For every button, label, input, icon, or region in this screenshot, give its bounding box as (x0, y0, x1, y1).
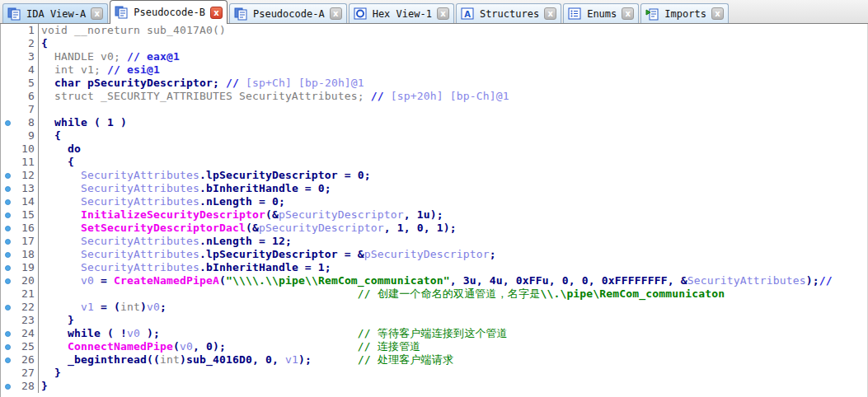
code-text[interactable]: SecurityAttributes.nLength = 0; (39, 195, 867, 208)
code-line[interactable]: 8 while ( 1 ) (1, 116, 867, 129)
code-line[interactable]: 10 do (1, 142, 867, 156)
code-line[interactable]: 24 while ( !v0 ); // 等待客户端连接到这个管道 (1, 327, 867, 340)
line-number: 15 (14, 208, 39, 222)
tab-ida-view-a[interactable]: IDA View-A x (2, 3, 108, 23)
code-line[interactable]: 26 _beginthread((int)sub_4016D0, 0, v1);… (1, 353, 867, 367)
line-number: 16 (14, 222, 39, 235)
code-line[interactable]: 3 HANDLE v0; // eax@1 (1, 50, 867, 63)
tab-pseudocode-b[interactable]: Pseudocode-B x (110, 0, 228, 24)
code-text[interactable]: { (39, 37, 867, 50)
code-line[interactable]: 27 } (1, 367, 867, 380)
line-number: 22 (14, 301, 39, 314)
code-text[interactable]: do (39, 142, 867, 156)
code-line[interactable]: 5 char pSecurityDescriptor; // [sp+Ch] [… (1, 77, 867, 90)
tab-hex-view-1[interactable]: Hex View-1 x (349, 3, 454, 23)
dot-gutter (1, 367, 14, 380)
line-number: 24 (14, 327, 39, 340)
code-line[interactable]: 14 SecurityAttributes.nLength = 0; (1, 195, 867, 208)
code-text[interactable]: while ( 1 ) (39, 116, 867, 129)
close-icon[interactable]: x (91, 7, 103, 20)
code-line[interactable]: 13 SecurityAttributes.bInheritHandle = 0… (1, 182, 867, 195)
code-line[interactable]: 25 ConnectNamedPipe(v0, 0); // 连接管道 (1, 340, 867, 353)
close-icon[interactable]: x (622, 7, 634, 20)
close-icon[interactable]: x (711, 7, 724, 20)
enums-icon (568, 7, 582, 21)
address-dot-icon (1, 340, 14, 353)
code-text[interactable]: struct _SECURITY_ATTRIBUTES SecurityAttr… (39, 90, 867, 103)
code-text[interactable]: SecurityAttributes.lpSecurityDescriptor … (39, 169, 867, 182)
code-text[interactable]: SecurityAttributes.lpSecurityDescriptor … (39, 248, 867, 261)
code-line[interactable]: 4 int v1; // esi@1 (1, 63, 867, 77)
code-line[interactable]: 21 // 创建一个命名的双通管道，名字是\\.\pipe\RemCom_com… (1, 287, 867, 301)
code-line[interactable]: 23 } (1, 314, 867, 327)
code-line[interactable]: 2{ (1, 37, 867, 50)
code-text[interactable]: // 创建一个命名的双通管道，名字是\\.\pipe\RemCom_commun… (39, 287, 867, 301)
code-text[interactable]: while ( !v0 ); // 等待客户端连接到这个管道 (39, 327, 867, 340)
code-line[interactable]: 1void __noreturn sub_4017A0() (1, 24, 867, 37)
code-line[interactable]: 18 SecurityAttributes.lpSecurityDescript… (1, 248, 867, 261)
dot-gutter (1, 103, 14, 116)
line-number: 26 (14, 353, 39, 367)
code-text[interactable]: SecurityAttributes.nLength = 12; (39, 235, 867, 248)
tab-imports[interactable]: Imports x (640, 3, 729, 23)
code-line[interactable]: 16 SetSecurityDescriptorDacl(&pSecurityD… (1, 222, 867, 235)
line-number: 28 (14, 380, 39, 393)
address-dot-icon (1, 274, 14, 287)
tab-label: Hex View-1 (368, 8, 437, 20)
code-line[interactable]: 12 SecurityAttributes.lpSecurityDescript… (1, 169, 867, 182)
code-line[interactable]: 17 SecurityAttributes.nLength = 12; (1, 235, 867, 248)
line-number: 27 (14, 367, 39, 380)
tab-structures[interactable]: A Structures x (456, 3, 561, 23)
code-text[interactable]: _beginthread((int)sub_4016D0, 0, v1); //… (39, 353, 867, 367)
code-text[interactable]: HANDLE v0; // eax@1 (39, 50, 867, 63)
code-line[interactable]: 6 struct _SECURITY_ATTRIBUTES SecurityAt… (1, 90, 867, 103)
code-text[interactable]: } (39, 367, 867, 380)
dot-gutter (1, 24, 14, 37)
code-line[interactable]: 20 v0 = CreateNamedPipeA("\\\\.\\pipe\\R… (1, 274, 867, 287)
address-dot-icon (1, 353, 14, 367)
code-text[interactable]: SetSecurityDescriptorDacl(&pSecurityDesc… (39, 222, 867, 235)
code-text[interactable]: } (39, 380, 867, 393)
code-text[interactable]: } (39, 314, 867, 327)
code-view[interactable]: 1void __noreturn sub_4017A0()2{3 HANDLE … (0, 24, 868, 397)
code-text[interactable]: SecurityAttributes.bInheritHandle = 0; (39, 182, 867, 195)
address-dot-icon (1, 208, 14, 222)
close-icon[interactable]: x (544, 7, 556, 20)
address-dot-icon (1, 380, 14, 393)
close-icon[interactable]: x (437, 7, 449, 20)
close-icon[interactable]: x (330, 7, 342, 20)
dot-gutter (1, 129, 14, 142)
code-text[interactable]: SecurityAttributes.bInheritHandle = 1; (39, 261, 867, 274)
address-dot-icon (1, 261, 14, 274)
code-line[interactable]: 15 InitializeSecurityDescriptor(&pSecuri… (1, 208, 867, 222)
code-text[interactable]: v1 = (int)v0; (39, 301, 867, 314)
line-number: 2 (14, 37, 39, 50)
code-line[interactable]: 7 (1, 103, 867, 116)
tab-pseudocode-a[interactable]: Pseudocode-A x (229, 3, 347, 23)
code-text[interactable]: InitializeSecurityDescriptor(&pSecurityD… (39, 208, 867, 222)
code-line[interactable]: 9 { (1, 129, 867, 142)
tab-label: Structures (475, 8, 544, 20)
code-text[interactable]: { (39, 129, 867, 142)
code-line[interactable]: 28} (1, 380, 867, 393)
code-text[interactable]: void __noreturn sub_4017A0() (39, 24, 867, 37)
code-line[interactable]: 22 v1 = (int)v0; (1, 301, 867, 314)
dot-gutter (1, 77, 14, 90)
code-line[interactable]: 11 { (1, 156, 867, 169)
tab-label: IDA View-A (21, 8, 91, 20)
code-text[interactable] (39, 103, 867, 116)
line-number: 21 (14, 287, 39, 301)
dot-gutter (1, 37, 14, 50)
line-number: 13 (14, 182, 39, 195)
line-number: 23 (14, 314, 39, 327)
tab-label: Imports (659, 8, 711, 20)
close-icon[interactable]: x (210, 7, 223, 19)
code-text[interactable]: char pSecurityDescriptor; // [sp+Ch] [bp… (39, 77, 867, 90)
code-text[interactable]: int v1; // esi@1 (39, 63, 867, 77)
document-view-icon (7, 7, 21, 21)
tab-enums[interactable]: Enums x (563, 3, 639, 23)
code-text[interactable]: ConnectNamedPipe(v0, 0); // 连接管道 (39, 340, 867, 353)
code-text[interactable]: { (39, 156, 867, 169)
code-text[interactable]: v0 = CreateNamedPipeA("\\\\.\\pipe\\RemC… (39, 274, 867, 287)
code-line[interactable]: 19 SecurityAttributes.bInheritHandle = 1… (1, 261, 867, 274)
